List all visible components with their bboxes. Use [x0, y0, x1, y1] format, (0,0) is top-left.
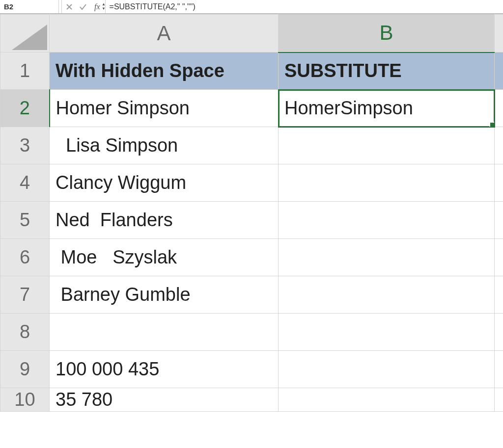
- cell[interactable]: [495, 239, 503, 276]
- cancel-icon[interactable]: [65, 2, 74, 11]
- row-header[interactable]: 3: [0, 127, 50, 164]
- fx-button[interactable]: fx: [92, 2, 102, 11]
- cell-A8[interactable]: [50, 314, 279, 351]
- column-header-A[interactable]: A: [50, 14, 279, 53]
- formula-bar-buttons: fx: [62, 0, 105, 13]
- cell[interactable]: [495, 164, 503, 202]
- row-header[interactable]: 9: [0, 351, 50, 388]
- select-all-corner[interactable]: [0, 14, 50, 53]
- cell-B10[interactable]: [279, 388, 495, 412]
- cell-A3[interactable]: Lisa Simpson: [50, 127, 279, 164]
- cell-B3[interactable]: [279, 127, 495, 164]
- cell[interactable]: [495, 276, 503, 314]
- cell-A5[interactable]: Ned Flanders: [50, 202, 279, 239]
- cell[interactable]: [495, 351, 503, 388]
- table-row: 4 Clancy Wiggum: [0, 164, 503, 202]
- grid-table: A B 1 With Hidden Space SUBSTITUTE 2 Hom…: [0, 14, 503, 412]
- table-row: 6 Moe Szyslak: [0, 239, 503, 276]
- cell-B9[interactable]: [279, 351, 495, 388]
- table-row: 2 Homer Simpson HomerSimpson: [0, 90, 503, 127]
- enter-icon[interactable]: [79, 2, 87, 11]
- cell-A1[interactable]: With Hidden Space: [50, 53, 279, 90]
- row-header[interactable]: 8: [0, 314, 50, 351]
- row-header[interactable]: 5: [0, 202, 50, 239]
- cell[interactable]: [495, 53, 503, 90]
- table-row: 9 100 000 435: [0, 351, 503, 388]
- table-row: 5 Ned Flanders: [0, 202, 503, 239]
- table-row: 3 Lisa Simpson: [0, 127, 503, 164]
- column-headers-row: A B: [0, 14, 503, 53]
- cell-A10[interactable]: 35 780: [50, 388, 279, 412]
- cell-B1[interactable]: SUBSTITUTE: [279, 53, 495, 90]
- cell-B5[interactable]: [279, 202, 495, 239]
- row-header[interactable]: 2: [0, 90, 50, 127]
- table-row: 1 With Hidden Space SUBSTITUTE: [0, 53, 503, 90]
- row-header[interactable]: 10: [0, 388, 50, 412]
- cell[interactable]: [495, 90, 503, 127]
- table-row: 8: [0, 314, 503, 351]
- cell[interactable]: [495, 388, 503, 412]
- cell-A4[interactable]: Clancy Wiggum: [50, 164, 279, 202]
- table-row: 7 Barney Gumble: [0, 276, 503, 314]
- name-box-wrap: ▲ ▼: [0, 0, 59, 13]
- cell[interactable]: [495, 314, 503, 351]
- cell-B6[interactable]: [279, 239, 495, 276]
- cell-B7[interactable]: [279, 276, 495, 314]
- row-header[interactable]: 7: [0, 276, 50, 314]
- cell-A7[interactable]: Barney Gumble: [50, 276, 279, 314]
- cell-A6[interactable]: Moe Szyslak: [50, 239, 279, 276]
- formula-input[interactable]: [106, 0, 503, 13]
- table-row: 10 35 780: [0, 388, 503, 412]
- cell[interactable]: [495, 127, 503, 164]
- row-header[interactable]: 1: [0, 53, 50, 90]
- cell-B2[interactable]: HomerSimpson: [279, 90, 495, 127]
- cell-A9[interactable]: 100 000 435: [50, 351, 279, 388]
- column-header-B[interactable]: B: [279, 14, 495, 53]
- row-header[interactable]: 6: [0, 239, 50, 276]
- cell-B8[interactable]: [279, 314, 495, 351]
- cell-A2[interactable]: Homer Simpson: [50, 90, 279, 127]
- column-header-C-partial[interactable]: [495, 14, 503, 53]
- row-header[interactable]: 4: [0, 164, 50, 202]
- sheet-grid: A B 1 With Hidden Space SUBSTITUTE 2 Hom…: [0, 14, 503, 448]
- cell[interactable]: [495, 202, 503, 239]
- cell-B4[interactable]: [279, 164, 495, 202]
- formula-bar: ▲ ▼ fx: [0, 0, 503, 14]
